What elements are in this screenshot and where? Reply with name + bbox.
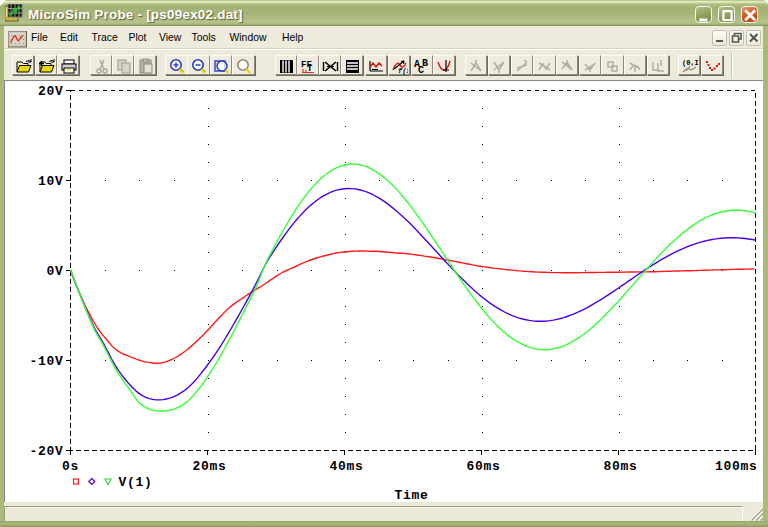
svg-text:10V: 10V [38, 174, 64, 189]
svg-text:-10V: -10V [29, 354, 63, 369]
svg-text:f(x): f(x) [398, 67, 408, 75]
svg-text:40ms: 40ms [329, 459, 363, 474]
svg-text:80ms: 80ms [603, 459, 637, 474]
svg-text:20V: 20V [38, 84, 64, 99]
svg-text:0s: 0s [62, 459, 79, 474]
svg-text:C: C [418, 65, 424, 75]
svg-text:-20V: -20V [29, 444, 63, 459]
svg-text:60ms: 60ms [466, 459, 500, 474]
svg-text:(0,I): (0,I) [682, 59, 698, 67]
svg-text:100ms: 100ms [715, 459, 758, 474]
svg-text:Time: Time [394, 488, 428, 502]
svg-text:V(1): V(1) [119, 475, 153, 490]
svg-text:0V: 0V [46, 264, 63, 279]
svg-text:20ms: 20ms [192, 459, 226, 474]
